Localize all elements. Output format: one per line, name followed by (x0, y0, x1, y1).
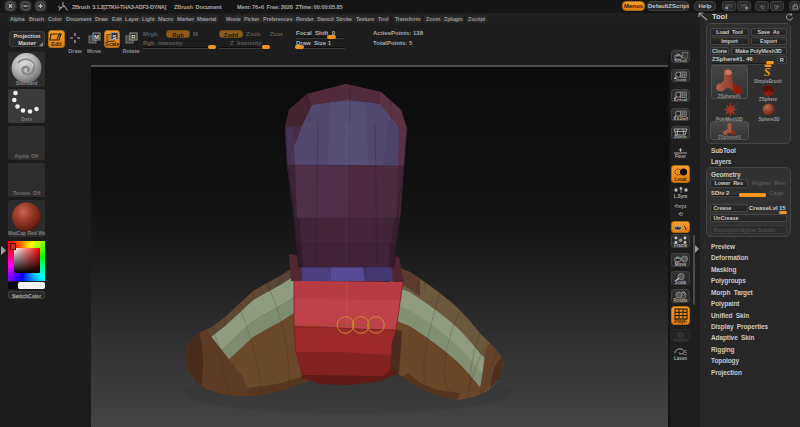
svg-text:S: S (764, 65, 771, 79)
svg-text:R: R (131, 34, 136, 40)
svg-text:M: M (94, 34, 99, 40)
svg-text:S: S (112, 34, 116, 40)
